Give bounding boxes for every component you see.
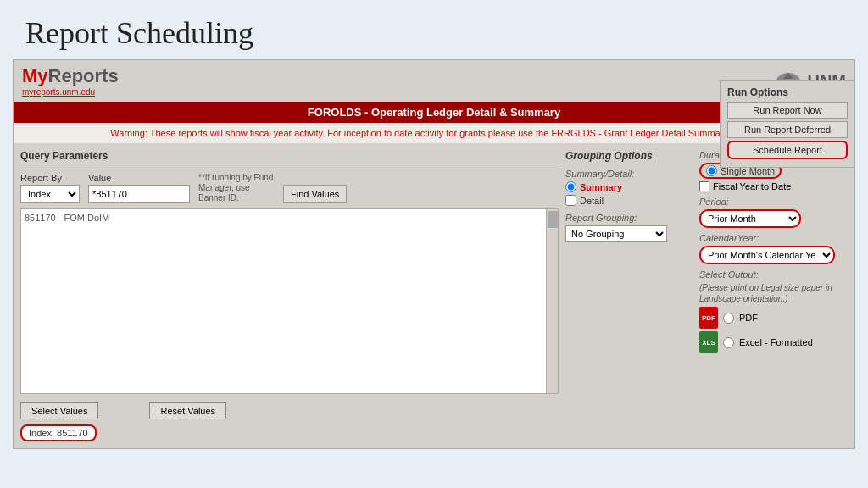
brand-logo: MyReports myreports.unm.edu (22, 65, 119, 97)
excel-radio[interactable] (723, 337, 734, 348)
report-by-select[interactable]: Index (20, 185, 80, 203)
output-section: Select Output: (Please print on Legal si… (699, 269, 848, 353)
summary-detail-section: Summary/Detail: Summary Detail (565, 169, 693, 206)
summary-radio-label[interactable]: Summary (565, 181, 693, 192)
reset-values-button[interactable]: Reset Values (149, 402, 226, 419)
excel-label: Excel - Formatted (739, 337, 813, 347)
grouping-dropdown-section: Report Grouping: No Grouping (565, 213, 693, 242)
excel-output-row[interactable]: XLS Excel - Formatted (699, 331, 848, 353)
calendar-select[interactable]: Prior Month's Calendar Year (699, 246, 835, 264)
output-label: Select Output: (699, 269, 848, 280)
summary-detail-label: Summary/Detail: (565, 169, 693, 179)
fiscal-year-option[interactable]: Fiscal Year to Date (699, 181, 848, 191)
brand-url: myreports.unm.edu (22, 87, 119, 97)
report-by-label: Report By (20, 173, 80, 183)
schedule-report-button[interactable]: Schedule Report (727, 141, 848, 159)
pdf-output-row[interactable]: PDF PDF (699, 307, 848, 329)
fiscal-year-checkbox[interactable] (699, 181, 709, 191)
value-group: Value (88, 173, 190, 203)
index-bar: Index: 851170 (20, 424, 97, 441)
period-label: Period: (699, 197, 848, 207)
report-by-group: Report By Index (20, 173, 80, 203)
left-column: Query Parameters Report By Index Value *… (20, 150, 559, 441)
fiscal-year-label: Fiscal Year to Date (713, 181, 791, 191)
detail-label: Detail (580, 196, 604, 206)
output-note: (Please print on Legal size paper in Lan… (699, 282, 848, 304)
calendar-section: CalendarYear: Prior Month's Calendar Yea… (699, 233, 848, 264)
scrollbar[interactable] (546, 209, 558, 393)
run-report-now-button[interactable]: Run Report Now (727, 102, 848, 119)
period-select[interactable]: Prior Month (699, 209, 801, 228)
report-grouping-label: Report Grouping: (565, 213, 693, 223)
pdf-icon: PDF (699, 307, 718, 329)
results-area: 851170 - FOM DoIM (20, 208, 559, 394)
period-section: Period: Prior Month (699, 197, 848, 228)
calendar-label: CalendarYear: (699, 233, 848, 243)
content-area: Query Parameters Report By Index Value *… (14, 143, 854, 448)
grouping-options-title: Grouping Options (565, 150, 693, 162)
detail-radio-label[interactable]: Detail (565, 195, 693, 206)
value-label: Value (88, 173, 190, 183)
value-input[interactable] (88, 185, 190, 203)
run-options-title: Run Options (727, 86, 848, 98)
excel-icon: XLS (699, 331, 718, 353)
query-params-title: Query Parameters (20, 150, 559, 164)
right-column: Duration: Single Month Fiscal Year to Da… (699, 150, 848, 441)
run-options-panel: Run Options Run Report Now Run Report De… (720, 80, 855, 168)
detail-checkbox[interactable] (565, 195, 576, 206)
single-month-radio[interactable] (706, 165, 717, 176)
banner-id-note: **If running by Fund Manager, use Banner… (198, 173, 275, 203)
select-reset-row: Select Values Reset Values (20, 402, 559, 419)
scrollbar-thumb (548, 211, 558, 228)
summary-radio[interactable] (565, 181, 576, 192)
brand-my: My (22, 65, 48, 86)
report-by-row: Report By Index Value **If running by Fu… (20, 173, 559, 203)
page-title-area: Report Scheduling (0, 0, 868, 59)
select-values-button[interactable]: Select Values (20, 402, 98, 419)
pdf-radio[interactable] (723, 313, 734, 324)
brand-reports: Reports (48, 65, 119, 86)
middle-column: Grouping Options Summary/Detail: Summary… (565, 150, 693, 441)
pdf-label: PDF (739, 313, 758, 323)
grouping-select[interactable]: No Grouping (565, 225, 667, 242)
run-report-deferred-button[interactable]: Run Report Deferred (727, 121, 848, 138)
result-item: 851170 - FOM DoIM (25, 213, 109, 223)
summary-label: Summary (580, 182, 622, 192)
page-title: Report Scheduling (25, 15, 843, 51)
find-values-button[interactable]: Find Values (283, 185, 347, 203)
